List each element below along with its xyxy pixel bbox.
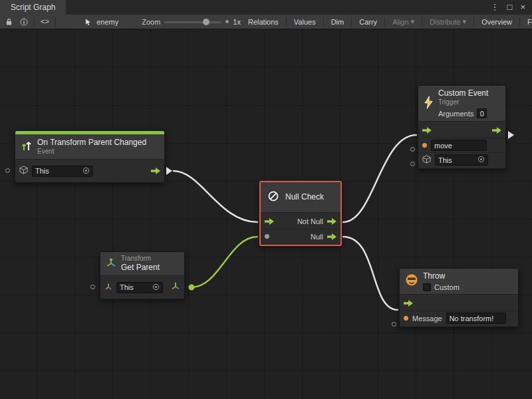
fullscreen-label: Full Screen	[527, 18, 532, 26]
zoom-track	[164, 21, 221, 23]
node-body: This	[100, 276, 184, 299]
trigger-output-port[interactable]	[492, 127, 501, 134]
not-null-output-port[interactable]	[327, 218, 336, 225]
node-header: Throw Custom	[400, 269, 518, 295]
message-input-port[interactable]	[404, 316, 408, 321]
maximize-icon[interactable]: □	[503, 0, 517, 15]
align-button[interactable]: Align ▾	[390, 17, 417, 26]
name-input-port[interactable]	[422, 143, 427, 148]
customevent-target-port-circle[interactable]	[410, 162, 415, 166]
code-view-icon[interactable]: <>	[39, 18, 51, 26]
customevent-output-triangle[interactable]	[508, 131, 514, 139]
node-title: Get Parent	[121, 263, 160, 273]
fullscreen-button[interactable]: Full Screen	[525, 18, 532, 26]
window-controls: ⋮ □ ×	[487, 0, 532, 15]
zoom-reset-dot[interactable]	[225, 20, 229, 23]
event-name-value: move	[434, 142, 452, 150]
connection-null-to-throw[interactable]	[343, 237, 398, 310]
close-icon[interactable]: ×	[516, 0, 529, 15]
tab-script-graph[interactable]: Script Graph	[0, 0, 66, 15]
toolbar-separator	[351, 17, 352, 27]
null-label: Null	[311, 233, 323, 241]
custom-label: Custom	[434, 283, 460, 291]
target-field[interactable]: This	[116, 282, 163, 293]
object-picker-icon[interactable]	[82, 167, 90, 176]
lock-icon[interactable]	[4, 18, 14, 26]
dim-button[interactable]: Dim	[329, 18, 347, 26]
custom-checkbox[interactable]	[423, 283, 431, 291]
transform-output-port[interactable]	[171, 281, 180, 293]
overview-label: Overview	[481, 18, 512, 26]
target-value: This	[35, 167, 49, 175]
getparent-target-port-circle[interactable]	[90, 285, 95, 289]
script-graph-window: Script Graph ⋮ □ × <> enemy Zoom	[0, 0, 532, 399]
value-input-port[interactable]	[265, 234, 269, 239]
arguments-value: 0	[480, 110, 484, 118]
toolbar-separator	[34, 17, 35, 27]
node-null-check[interactable]: Null Check Not Null Null	[259, 181, 342, 246]
node-body: Not Null Null	[261, 213, 340, 245]
toolbar-buttons: Relations Values Dim Carry Align ▾ Distr…	[245, 17, 532, 27]
node-subtitle: Trigger	[438, 98, 488, 106]
overview-button[interactable]: Overview	[479, 18, 515, 26]
distribute-label: Distribute	[430, 18, 460, 26]
node-title: Null Check	[285, 192, 324, 202]
tab-label: Script Graph	[11, 3, 55, 12]
graph-name-label: enemy	[96, 18, 118, 26]
null-check-icon	[266, 189, 281, 206]
trigger-input-port[interactable]	[265, 218, 274, 225]
window-menu-icon[interactable]: ⋮	[487, 0, 503, 15]
zoom-thumb[interactable]	[203, 19, 209, 25]
carry-button[interactable]: Carry	[356, 18, 380, 26]
object-picker-icon[interactable]	[152, 283, 160, 292]
connection-notnull-to-customevent[interactable]	[343, 135, 416, 222]
lightning-bolt-icon	[424, 96, 434, 112]
node-get-parent[interactable]: Transform Get Parent This	[100, 251, 185, 299]
trigger-output-port[interactable]	[151, 168, 160, 174]
node-category: Transform	[121, 255, 160, 263]
graph-name-group: enemy	[83, 18, 118, 26]
arguments-label: Arguments	[438, 110, 473, 118]
node-on-transform-parent-changed[interactable]: On Transform Parent Changed Event This	[15, 130, 165, 183]
distribute-button[interactable]: Distribute ▾	[427, 17, 469, 26]
customevent-name-port-circle[interactable]	[410, 147, 415, 152]
gameobject-icon	[422, 154, 431, 166]
toolbar-separator	[286, 17, 287, 27]
chevron-down-icon: ▾	[411, 17, 415, 26]
graph-canvas[interactable]: On Transform Parent Changed Event This	[0, 29, 532, 399]
null-output-port[interactable]	[327, 233, 336, 240]
zoom-label: Zoom	[142, 18, 160, 26]
connection-getparent-to-nullcheck[interactable]	[192, 237, 257, 287]
values-label: Values	[294, 18, 316, 26]
target-field[interactable]: This	[435, 154, 488, 166]
object-picker-icon[interactable]	[477, 156, 485, 164]
trigger-input-port[interactable]	[404, 300, 413, 307]
zoom-value: 1x	[233, 18, 241, 26]
target-field[interactable]: This	[32, 166, 93, 177]
not-null-label: Not Null	[297, 217, 323, 225]
align-label: Align	[392, 18, 408, 26]
throw-icon	[405, 273, 418, 289]
node-throw[interactable]: Throw Custom Message No	[399, 268, 519, 327]
connection-event-to-nullcheck[interactable]	[174, 171, 257, 222]
cursor-icon	[83, 18, 93, 26]
relations-button[interactable]: Relations	[245, 18, 281, 26]
throw-message-port-circle[interactable]	[392, 322, 396, 327]
message-label: Message	[412, 315, 442, 323]
transform-icon	[106, 257, 116, 271]
zoom-slider[interactable]	[164, 18, 221, 26]
event-output-triangle[interactable]	[166, 167, 172, 175]
values-button[interactable]: Values	[291, 18, 319, 26]
trigger-input-port[interactable]	[422, 127, 432, 134]
message-field[interactable]: No transform!	[446, 313, 506, 324]
toolbar-separator	[422, 17, 422, 27]
info-icon[interactable]	[19, 18, 29, 26]
event-target-port-circle[interactable]	[5, 168, 10, 173]
node-custom-event[interactable]: Custom Event Trigger Arguments 0	[418, 85, 506, 169]
arguments-field[interactable]: 0	[477, 108, 487, 118]
toolbar-separator	[55, 17, 56, 27]
event-name-field[interactable]: move	[431, 140, 487, 151]
node-header: Custom Event Trigger Arguments 0	[418, 86, 505, 122]
target-value: This	[438, 156, 452, 164]
relations-label: Relations	[248, 18, 279, 26]
